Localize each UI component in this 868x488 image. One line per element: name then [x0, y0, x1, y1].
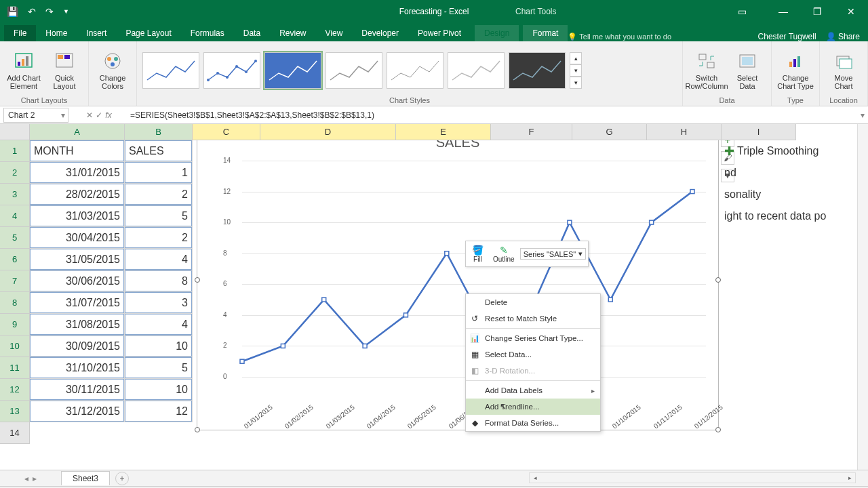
cell[interactable]: 5	[125, 357, 193, 379]
cell[interactable]: 5	[125, 205, 193, 227]
ctx-add-data-labels[interactable]: Add Data Labels▸	[466, 382, 600, 399]
cell[interactable]: 10	[125, 336, 193, 357]
handle-mr[interactable]	[715, 277, 721, 283]
cell[interactable]: 31/03/2015	[30, 205, 125, 227]
ctx-reset[interactable]: ↺Reset to Match Style	[466, 310, 600, 327]
col-header-B[interactable]: B	[125, 124, 193, 140]
vertical-scrollbar[interactable]	[857, 124, 868, 470]
tab-review[interactable]: Review	[270, 25, 315, 41]
tab-power-pivot[interactable]: Power Pivot	[408, 25, 471, 41]
cell[interactable]: 4	[125, 249, 193, 270]
cell[interactable]: 31/10/2015	[30, 357, 125, 379]
cell[interactable]: 10	[125, 379, 193, 401]
worksheet-grid[interactable]: + 🖌 ▼ SALES 0246810121401/01/201501/02/2…	[0, 124, 868, 470]
user-name[interactable]: Chester Tugwell	[758, 32, 816, 41]
ctx-format-series[interactable]: ◆Format Data Series...	[466, 415, 600, 431]
row-header-13[interactable]: 13	[0, 401, 30, 422]
change-colors-button[interactable]: Change Colors	[94, 50, 131, 90]
chart-style-1[interactable]	[142, 52, 199, 89]
cell[interactable]: SALES	[125, 140, 193, 162]
save-icon[interactable]: 💾	[7, 6, 18, 17]
col-header-D[interactable]: D	[260, 124, 396, 140]
plot-area[interactable]: 0246810121401/01/201501/02/201501/03/201…	[218, 161, 706, 377]
col-header-H[interactable]: H	[647, 124, 722, 140]
handle-ml[interactable]	[195, 277, 200, 283]
share-button[interactable]: 👤 Share	[826, 32, 860, 41]
chart-style-4[interactable]	[326, 52, 382, 89]
ctx-add-trendline[interactable]: Add Trendline...↖	[466, 399, 600, 415]
cell[interactable]: 30/11/2015	[30, 379, 125, 401]
ctx-select-data[interactable]: ▦Select Data...	[466, 346, 600, 363]
add-chart-element-button[interactable]: Add Chart Element	[5, 50, 42, 90]
cell[interactable]: 30/06/2015	[30, 270, 125, 292]
col-header-F[interactable]: F	[491, 124, 572, 140]
row-header-3[interactable]: 3	[0, 184, 30, 205]
tell-me[interactable]: 💡 Tell me what you want to do	[568, 33, 671, 41]
row-header-11[interactable]: 11	[0, 357, 30, 379]
chart-style-2[interactable]	[203, 52, 260, 89]
row-header-9[interactable]: 9	[0, 314, 30, 336]
formula-expand-icon[interactable]: ▾	[857, 110, 868, 120]
tab-home[interactable]: Home	[36, 25, 77, 41]
chart-style-5[interactable]	[387, 52, 443, 89]
restore-button[interactable]: ❐	[802, 0, 833, 23]
cell[interactable]: 2	[125, 184, 193, 205]
select-data-button[interactable]: Select Data	[729, 50, 766, 90]
cell[interactable]: 8	[125, 270, 193, 292]
chart-style-3[interactable]	[264, 52, 321, 89]
cell[interactable]: 3	[125, 292, 193, 314]
cell[interactable]: 12	[125, 401, 193, 422]
move-chart-button[interactable]: Move Chart	[825, 50, 862, 90]
cell[interactable]: 31/08/2015	[30, 314, 125, 336]
col-header-I[interactable]: I	[722, 124, 796, 140]
cell[interactable]: 31/01/2015	[30, 162, 125, 184]
switch-row-column-button[interactable]: Switch Row/Column	[688, 50, 725, 90]
series-dropdown[interactable]: Series "SALES"▾	[520, 248, 587, 260]
cell[interactable]: 31/05/2015	[30, 249, 125, 270]
ribbon-display-icon[interactable]: ▭	[732, 0, 751, 23]
fill-button[interactable]: 🪣Fill	[468, 243, 488, 264]
style-gallery-more[interactable]: ▾	[570, 77, 582, 89]
style-gallery-up[interactable]: ▴	[570, 52, 582, 64]
tab-design[interactable]: Design	[475, 25, 519, 41]
undo-icon[interactable]: ↶	[28, 6, 36, 17]
ctx-change-type[interactable]: 📊Change Series Chart Type...	[466, 330, 600, 346]
sheet-nav-next[interactable]: ▸	[33, 474, 37, 483]
hscroll-right-icon[interactable]: ▸	[844, 473, 855, 483]
redo-icon[interactable]: ↷	[45, 6, 54, 17]
row-header-1[interactable]: 1	[0, 140, 30, 162]
cancel-formula-icon[interactable]: ✕	[86, 110, 93, 120]
style-gallery-down[interactable]: ▾	[570, 64, 582, 77]
tab-view[interactable]: View	[316, 25, 353, 41]
sheet-nav-prev[interactable]: ◂	[24, 474, 28, 483]
name-box[interactable]: Chart 2▾	[3, 108, 68, 123]
fx-icon[interactable]: fx	[105, 110, 111, 120]
namebox-dropdown-icon[interactable]: ▾	[61, 110, 68, 120]
hscroll-left-icon[interactable]: ◂	[530, 473, 540, 483]
cell[interactable]: 4	[125, 314, 193, 336]
col-header-A[interactable]: A	[30, 124, 125, 140]
row-header-7[interactable]: 7	[0, 270, 30, 292]
sheet-tab-sheet3[interactable]: Sheet3	[61, 471, 110, 485]
col-header-G[interactable]: G	[572, 124, 647, 140]
tab-file[interactable]: File	[4, 25, 36, 41]
close-button[interactable]: ✕	[835, 0, 867, 23]
tab-formulas[interactable]: Formulas	[181, 25, 234, 41]
row-header-5[interactable]: 5	[0, 227, 30, 249]
tab-data[interactable]: Data	[234, 25, 270, 41]
handle-br[interactable]	[715, 427, 721, 432]
outline-button[interactable]: ✎Outline	[489, 243, 519, 264]
ctx-delete[interactable]: Delete	[466, 294, 600, 310]
col-header-C[interactable]: C	[193, 124, 260, 140]
qat-dropdown-icon[interactable]: ▼	[63, 8, 69, 15]
row-header-2[interactable]: 2	[0, 162, 30, 184]
chart-object[interactable]: + 🖌 ▼ SALES 0246810121401/01/201501/02/2…	[197, 129, 719, 430]
quick-layout-button[interactable]: Quick Layout	[46, 50, 83, 90]
enter-formula-icon[interactable]: ✓	[96, 110, 102, 120]
row-header-10[interactable]: 10	[0, 336, 30, 357]
cell[interactable]: 1	[125, 162, 193, 184]
row-header-14[interactable]: 14	[0, 422, 30, 444]
chart-style-7[interactable]	[509, 52, 566, 89]
row-header-8[interactable]: 8	[0, 292, 30, 314]
cell[interactable]: 31/07/2015	[30, 292, 125, 314]
